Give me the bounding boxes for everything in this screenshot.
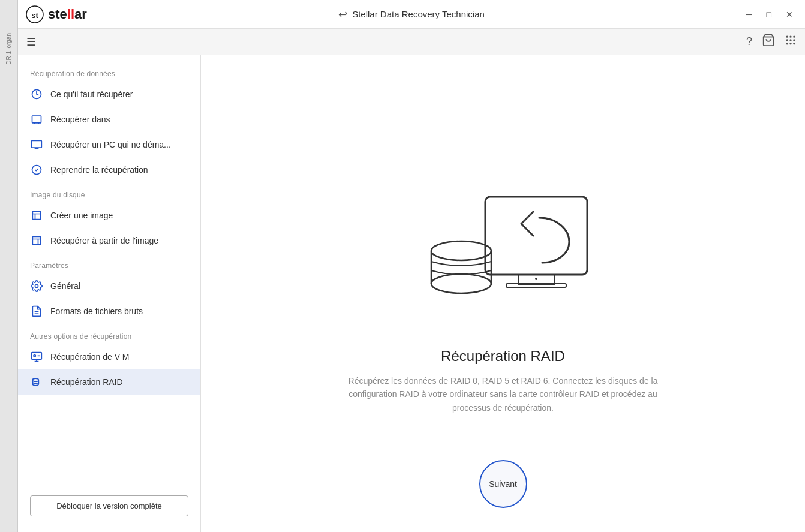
section-other: Autres options de récupération <box>18 324 200 344</box>
app-title: Stellar Data Recovery Technician <box>352 9 485 19</box>
svg-rect-13 <box>32 116 41 123</box>
resume-icon <box>30 163 43 176</box>
svg-text:st: st <box>31 11 38 20</box>
sidebar-item-general-label: Général <box>50 281 80 291</box>
unlock-button[interactable]: Débloquer la version complète <box>30 495 188 516</box>
window-controls: ─ □ ✕ <box>741 7 798 22</box>
bg-text-2: DR 1 <box>5 51 12 65</box>
create-image-icon <box>30 209 43 222</box>
main-content: Récupération RAID Récupérez les données … <box>201 55 805 532</box>
sidebar-item-recover-in[interactable]: Récupérer dans <box>18 107 200 132</box>
recover-pc-icon <box>30 138 43 151</box>
svg-point-5 <box>793 36 795 38</box>
raid-recovery-icon <box>30 375 43 389</box>
sidebar-item-resume-label: Reprendre la récupération <box>50 165 148 175</box>
svg-point-6 <box>786 39 788 41</box>
sidebar-item-recover-from-image[interactable]: Récupérer à partir de l'image <box>18 228 200 253</box>
stellar-logo-icon: st <box>25 5 44 24</box>
bg-text-1: organ <box>5 33 12 49</box>
what-to-recover-icon <box>30 88 43 101</box>
sidebar-item-vm-recovery-label: Récupération de V M <box>50 352 130 362</box>
sidebar-item-raw-formats-label: Formats de fichiers bruts <box>50 306 143 316</box>
raid-illustration <box>401 173 605 329</box>
sidebar-item-what-to-recover[interactable]: Ce qu'il faut récupérer <box>18 82 200 107</box>
cart-icon <box>762 34 775 47</box>
minimize-button[interactable]: ─ <box>741 7 757 22</box>
sidebar-item-create-image[interactable]: Créer une image <box>18 203 200 228</box>
svg-point-23 <box>32 378 38 381</box>
toolbar: ☰ ? <box>18 29 805 55</box>
svg-rect-26 <box>506 284 566 287</box>
hero-illustration <box>401 173 605 331</box>
sidebar-item-recover-pc-label: Récupérer un PC qui ne déma... <box>50 140 171 149</box>
titlebar: st stellar ↩ Stellar Data Recovery Techn… <box>18 0 805 29</box>
sidebar-item-general[interactable]: Général <box>18 273 200 299</box>
cart-button[interactable] <box>762 34 775 50</box>
svg-rect-16 <box>32 211 40 219</box>
main-layout: Récupération de données Ce qu'il faut ré… <box>18 55 805 532</box>
titlebar-center: ↩ Stellar Data Recovery Technician <box>338 8 485 21</box>
svg-point-4 <box>789 36 791 38</box>
hero-description: Récupérez les données de RAID 0, RAID 5 … <box>329 374 677 414</box>
svg-point-3 <box>786 36 788 38</box>
svg-point-9 <box>786 43 788 44</box>
sidebar-item-vm-recovery[interactable]: Récupération de V M <box>18 344 200 369</box>
general-icon <box>30 279 43 293</box>
svg-point-18 <box>35 285 38 288</box>
vm-recovery-icon <box>30 350 43 363</box>
sidebar-item-recover-pc[interactable]: Récupérer un PC qui ne déma... <box>18 132 200 157</box>
svg-rect-24 <box>485 197 587 275</box>
svg-point-27 <box>535 278 537 280</box>
sidebar-item-create-image-label: Créer une image <box>50 211 113 220</box>
sidebar-item-recover-in-label: Récupérer dans <box>50 115 110 124</box>
close-button[interactable]: ✕ <box>781 7 798 22</box>
grid-icon <box>785 34 797 46</box>
hero-title: Récupération RAID <box>441 348 565 365</box>
recover-in-icon <box>30 113 43 126</box>
help-button[interactable]: ? <box>746 35 752 48</box>
back-icon: ↩ <box>338 8 347 21</box>
menu-button[interactable]: ☰ <box>26 35 36 49</box>
section-settings: Paramètres <box>18 253 200 273</box>
svg-rect-14 <box>32 140 42 148</box>
sidebar-item-raw-formats[interactable]: Formats de fichiers bruts <box>18 299 200 324</box>
app-logo: st stellar <box>25 5 87 24</box>
svg-point-11 <box>793 43 795 44</box>
sidebar-item-raid-recovery[interactable]: Récupération RAID <box>18 369 200 395</box>
svg-rect-17 <box>32 236 40 244</box>
grid-button[interactable] <box>785 34 797 49</box>
svg-point-7 <box>789 39 791 41</box>
svg-point-10 <box>789 43 791 44</box>
svg-point-8 <box>793 39 795 41</box>
recover-from-image-icon <box>30 234 43 247</box>
section-data-recovery: Récupération de données <box>18 61 200 82</box>
raw-formats-icon <box>30 305 43 318</box>
maximize-button[interactable]: □ <box>762 7 776 22</box>
sidebar-item-raid-recovery-label: Récupération RAID <box>50 377 123 387</box>
logo-text: stellar <box>48 7 87 22</box>
section-disk-image: Image du disque <box>18 182 200 203</box>
sidebar-item-what-to-recover-label: Ce qu'il faut récupérer <box>50 89 133 99</box>
svg-point-28 <box>431 241 491 260</box>
svg-point-29 <box>431 274 491 293</box>
sidebar: Récupération de données Ce qu'il faut ré… <box>18 55 201 532</box>
svg-point-22 <box>34 355 35 357</box>
suivant-button[interactable]: Suivant <box>479 460 527 508</box>
sidebar-item-resume[interactable]: Reprendre la récupération <box>18 157 200 182</box>
sidebar-item-recover-from-image-label: Récupérer à partir de l'image <box>50 236 158 245</box>
